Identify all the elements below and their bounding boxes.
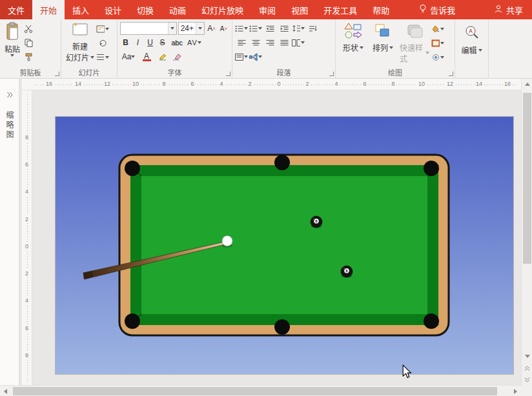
underline-button[interactable]: U (145, 37, 156, 48)
font-size-value: 24+ (179, 24, 196, 33)
tab-file[interactable]: 文件 (0, 0, 32, 19)
scroll-right-button[interactable] (510, 386, 521, 396)
tab-view[interactable]: 视图 (283, 0, 316, 19)
font-dialog-launcher[interactable] (226, 72, 230, 76)
scroll-down-button[interactable] (522, 351, 532, 362)
paragraph-dialog-launcher[interactable] (329, 72, 334, 76)
font-size-combobox[interactable]: 24+ (178, 22, 205, 35)
layout-button[interactable] (96, 23, 109, 35)
text-shadow-button[interactable]: abc (169, 37, 185, 48)
align-text-button[interactable] (235, 51, 248, 63)
font-color-swatch (143, 59, 151, 61)
horizontal-scrollbar[interactable] (0, 385, 521, 396)
arrange-button[interactable]: 排列 (368, 21, 398, 64)
copy-button[interactable] (22, 37, 35, 49)
new-slide-button[interactable]: 新建 幻灯片 (64, 21, 96, 63)
section-button[interactable] (96, 51, 109, 63)
bullets-button[interactable] (235, 23, 248, 35)
tab-review[interactable]: 审阅 (251, 0, 283, 19)
text-direction-button[interactable] (306, 23, 319, 35)
strikethrough-button[interactable]: S (157, 37, 168, 48)
paste-button[interactable]: 粘贴 (3, 21, 22, 63)
thumbnail-pane-collapsed[interactable]: 缩略图 (0, 79, 19, 385)
tab-slideshow[interactable]: 幻灯片放映 (194, 0, 251, 19)
edit-label: 编辑 (461, 45, 476, 55)
pool-table-shape[interactable] (119, 155, 449, 335)
shape-outline-button[interactable] (431, 37, 444, 49)
arrange-dropdown-icon (389, 46, 393, 49)
scroll-up-button[interactable] (522, 79, 532, 90)
italic-button[interactable]: I (132, 37, 143, 48)
expand-pane-icon[interactable] (6, 89, 13, 101)
vertical-scroll-thumb[interactable] (523, 93, 531, 264)
line-spacing-dropdown-icon (301, 27, 305, 30)
bold-button[interactable]: B (120, 37, 131, 48)
layout-icon (96, 25, 105, 33)
align-right-button[interactable] (263, 37, 276, 49)
scissors-icon (24, 25, 33, 33)
shape-effects-button[interactable] (431, 51, 444, 63)
line-spacing-button[interactable] (292, 23, 305, 35)
pocket-top-left (125, 161, 140, 176)
character-spacing-button[interactable]: AV (186, 37, 203, 48)
shrink-font-button[interactable]: A˅ (218, 23, 229, 34)
increase-indent-icon (280, 25, 289, 32)
align-left-button[interactable] (235, 37, 248, 49)
decrease-indent-button[interactable] (263, 23, 276, 35)
font-name-combobox[interactable] (120, 22, 177, 35)
columns-dropdown-icon (301, 41, 305, 44)
arrange-label: 排列 (373, 42, 388, 53)
paste-icon (5, 22, 20, 43)
columns-button[interactable] (292, 37, 305, 49)
bullets-dropdown-icon (244, 27, 248, 30)
eight-ball-1-shape[interactable]: 8 (311, 216, 322, 228)
convert-to-smartart-button[interactable] (249, 51, 262, 63)
spacing-dropdown-icon (198, 41, 201, 44)
share-button[interactable]: 共享 (485, 0, 532, 19)
tell-me[interactable]: 告诉我 (414, 0, 460, 19)
font-name-dropdown[interactable] (168, 23, 176, 34)
format-painter-button[interactable] (22, 51, 35, 63)
next-slide-button[interactable] (522, 374, 532, 385)
paragraph-group-label: 段落 (277, 69, 291, 77)
tab-help[interactable]: 帮助 (365, 0, 397, 19)
grow-font-button[interactable]: A˄ (206, 23, 217, 34)
tab-insert[interactable]: 插入 (65, 0, 97, 19)
clipboard-dialog-launcher[interactable] (55, 72, 59, 76)
tab-animations[interactable]: 动画 (161, 0, 194, 19)
cut-button[interactable] (22, 23, 35, 35)
font-color-button[interactable]: A (138, 51, 155, 63)
align-center-button[interactable] (249, 37, 262, 49)
reset-button[interactable] (96, 37, 109, 49)
eight-ball-2-shape[interactable]: 8 (341, 266, 353, 277)
font-size-dropdown[interactable] (196, 23, 204, 34)
shapes-button[interactable]: 形状 (338, 21, 368, 64)
shape-fill-button[interactable] (431, 23, 444, 35)
drawing-dialog-launcher[interactable] (449, 72, 453, 76)
pocket-bottom-middle (274, 319, 290, 335)
quick-styles-button[interactable]: 快速样式 (398, 21, 431, 64)
case-dropdown-icon (131, 55, 135, 58)
slide-canvas[interactable]: 8 8 (56, 117, 513, 374)
edit-button[interactable]: 编辑 (458, 24, 486, 56)
change-case-button[interactable]: Aa (120, 51, 137, 63)
cue-ball-shape[interactable] (222, 236, 232, 248)
text-highlight-button[interactable] (156, 51, 169, 63)
tab-transitions[interactable]: 切换 (129, 0, 161, 19)
tab-developer[interactable]: 开发工具 (316, 0, 365, 19)
columns-icon (292, 39, 300, 46)
tab-home[interactable]: 开始 (32, 0, 65, 19)
horizontal-scroll-thumb[interactable] (13, 387, 497, 395)
previous-slide-button[interactable] (522, 362, 532, 373)
font-group: 24+ A˄ A˅ B I U S abc AV Aa A (118, 19, 232, 78)
increase-indent-button[interactable] (278, 23, 291, 35)
numbering-button[interactable] (249, 23, 262, 35)
scroll-left-button[interactable] (0, 386, 11, 396)
vertical-scrollbar[interactable] (521, 79, 532, 385)
numbering-dropdown-icon (258, 27, 262, 30)
horizontal-ruler: 16 14 12 10 8 6 4 2 0 2 4 6 8 10 12 14 1… (22, 79, 521, 90)
pocket-bottom-right (424, 313, 439, 329)
tab-design[interactable]: 设计 (97, 0, 129, 19)
justify-button[interactable] (278, 37, 291, 49)
clear-formatting-button[interactable] (170, 51, 183, 63)
